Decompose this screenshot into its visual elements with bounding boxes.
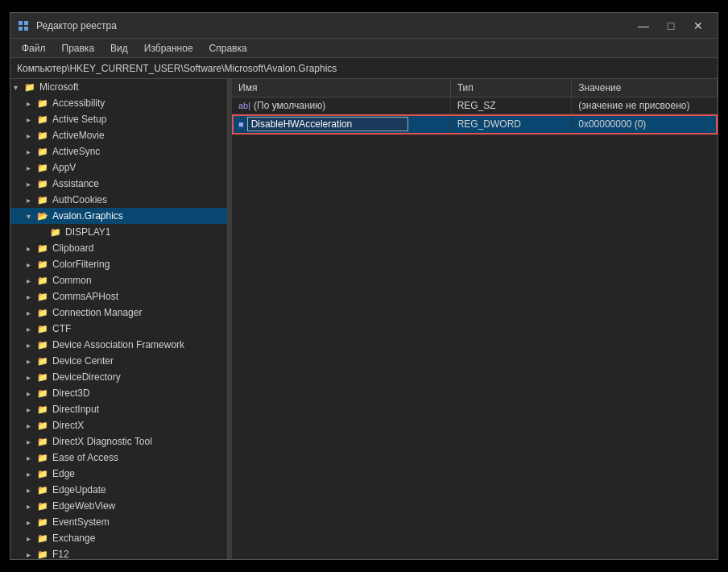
svg-rect-3	[24, 27, 28, 31]
tree-item[interactable]: ▸📁Connection Manager	[10, 305, 227, 321]
tree-item[interactable]: ▸📁Exchange	[10, 530, 227, 546]
folder-icon: 📁	[36, 306, 49, 319]
registry-entry-type: REG_SZ	[450, 97, 572, 114]
folder-icon: 📁	[36, 387, 49, 400]
tree-item[interactable]: 📁DISPLAY1	[10, 224, 227, 240]
table-row[interactable]: ab|(По умолчанию)REG_SZ(значение не прис…	[232, 97, 718, 114]
tree-item-label: Active Setup	[52, 114, 106, 125]
tree-item-label: Common	[52, 275, 92, 286]
tree-item[interactable]: ▾📁Microsoft	[10, 79, 227, 95]
folder-icon: 📂	[36, 209, 49, 222]
tree-panel[interactable]: ▾📁Microsoft▸📁Accessibility▸📁Active Setup…	[10, 79, 228, 559]
expand-arrow-icon: ▸	[27, 164, 36, 172]
tree-item[interactable]: ▸📁Accessibility	[10, 95, 227, 111]
expand-arrow-icon: ▸	[27, 534, 36, 543]
tree-item[interactable]: ▸📁EventSystem	[10, 514, 227, 530]
entry-name-input[interactable]	[247, 117, 408, 131]
registry-entry-name: ab|(По умолчанию)	[232, 97, 450, 114]
expand-arrow-icon: ▸	[27, 292, 36, 301]
app-icon	[17, 19, 30, 32]
entry-type-icon: ■	[238, 119, 244, 129]
tree-item[interactable]: ▸📁EdgeWebView	[10, 498, 227, 514]
tree-item[interactable]: ▸📁Ease of Access	[10, 450, 227, 466]
menu-favorites[interactable]: Избранное	[136, 41, 201, 56]
folder-icon: 📁	[36, 451, 49, 464]
expand-arrow-icon: ▸	[27, 550, 36, 559]
folder-icon: 📁	[49, 226, 62, 238]
menu-file[interactable]: Файл	[14, 41, 54, 56]
tree-item[interactable]: ▸📁Device Center	[10, 353, 227, 369]
tree-item[interactable]: ▸📁Assistance	[10, 176, 227, 192]
tree-item[interactable]: ▸📁Common	[10, 272, 227, 288]
folder-icon: 📁	[36, 258, 49, 271]
folder-icon: 📁	[36, 129, 49, 142]
tree-item[interactable]: ▸📁Direct3D	[10, 385, 227, 401]
tree-item[interactable]: ▸📁Device Association Framework	[10, 337, 227, 353]
tree-item-label: Device Center	[52, 355, 114, 367]
close-button[interactable]: ✕	[685, 15, 711, 37]
tree-item[interactable]: ▸📁Active Setup	[10, 111, 227, 127]
col-value: Значение	[572, 79, 718, 97]
table-row[interactable]: ■REG_DWORD0x00000000 (0)	[232, 114, 718, 135]
folder-icon: 📁	[36, 322, 49, 335]
expand-arrow-icon: ▸	[27, 373, 36, 382]
tree-item-label: AppV	[52, 162, 76, 173]
folder-icon: 📁	[36, 467, 49, 480]
tree-item-label: DISPLAY1	[65, 226, 110, 238]
tree-item-label: Ease of Access	[52, 452, 118, 463]
registry-entry-type: REG_DWORD	[450, 114, 572, 135]
registry-table[interactable]: Имя Тип Значение ab|(По умолчанию)REG_SZ…	[232, 79, 718, 559]
folder-icon: 📁	[36, 113, 49, 126]
tree-item-label: Accessibility	[52, 97, 105, 109]
tree-item-label: DirectX Diagnostic Tool	[52, 436, 152, 447]
maximize-button[interactable]: □	[658, 15, 684, 37]
tree-item-label: CommsAPHost	[52, 291, 118, 302]
expand-arrow-icon: ▸	[27, 99, 36, 108]
tree-item[interactable]: ▸📁EdgeUpdate	[10, 482, 227, 498]
folder-icon: 📁	[36, 193, 49, 206]
folder-icon: 📁	[36, 548, 49, 559]
expand-arrow-icon: ▸	[27, 341, 36, 350]
tree-item[interactable]: ▸📁DirectX Diagnostic Tool	[10, 433, 227, 450]
tree-item[interactable]: ▸📁DeviceDirectory	[10, 369, 227, 385]
tree-item-label: Clipboard	[52, 242, 93, 254]
folder-icon: 📁	[36, 161, 49, 174]
tree-item[interactable]: ▸📁CommsAPHost	[10, 288, 227, 305]
expand-arrow-icon: ▸	[27, 470, 36, 479]
tree-item[interactable]: ▸📁DirectX	[10, 417, 227, 433]
svg-rect-0	[19, 21, 23, 25]
expand-arrow-icon: ▾	[27, 212, 36, 221]
tree-item[interactable]: ▸📁Edge	[10, 466, 227, 482]
main-window: Редактор реестра — □ ✕ Файл Правка Вид И…	[10, 12, 718, 560]
tree-item[interactable]: ▸📁F12	[10, 546, 227, 559]
menu-view[interactable]: Вид	[102, 41, 136, 56]
folder-icon: 📁	[36, 274, 49, 287]
tree-item-label: EdgeUpdate	[52, 484, 106, 495]
menu-edit[interactable]: Правка	[54, 41, 103, 56]
window-controls: — □ ✕	[631, 15, 711, 37]
folder-icon: 📁	[23, 81, 36, 93]
folder-icon: 📁	[36, 145, 49, 158]
expand-arrow-icon: ▸	[27, 437, 36, 446]
tree-item[interactable]: ▸📁DirectInput	[10, 401, 227, 417]
expand-arrow-icon: ▸	[27, 357, 36, 366]
expand-arrow-icon: ▸	[27, 486, 36, 495]
tree-item[interactable]: ▸📁ActiveSync	[10, 143, 227, 160]
window-title: Редактор реестра	[36, 20, 631, 31]
tree-item[interactable]: ▸📁AuthCookies	[10, 192, 227, 208]
tree-item[interactable]: ▸📁AppV	[10, 160, 227, 176]
minimize-button[interactable]: —	[631, 15, 656, 37]
expand-arrow-icon: ▸	[27, 421, 36, 430]
tree-item-label: DirectX	[52, 420, 84, 431]
tree-item[interactable]: ▸📁Clipboard	[10, 240, 227, 256]
tree-item[interactable]: ▸📁CTF	[10, 321, 227, 337]
menu-bar: Файл Правка Вид Избранное Справка	[10, 39, 718, 58]
expand-arrow-icon: ▸	[27, 276, 36, 285]
expand-arrow-icon: ▸	[27, 389, 36, 398]
tree-item[interactable]: ▸📁ActiveMovie	[10, 127, 227, 143]
tree-item[interactable]: ▸📁ColorFiltering	[10, 256, 227, 272]
tree-item-label: EventSystem	[52, 516, 110, 528]
tree-item[interactable]: ▾📂Avalon.Graphics	[10, 208, 227, 224]
menu-help[interactable]: Справка	[201, 41, 255, 56]
tree-item-label: Microsoft	[39, 81, 79, 93]
